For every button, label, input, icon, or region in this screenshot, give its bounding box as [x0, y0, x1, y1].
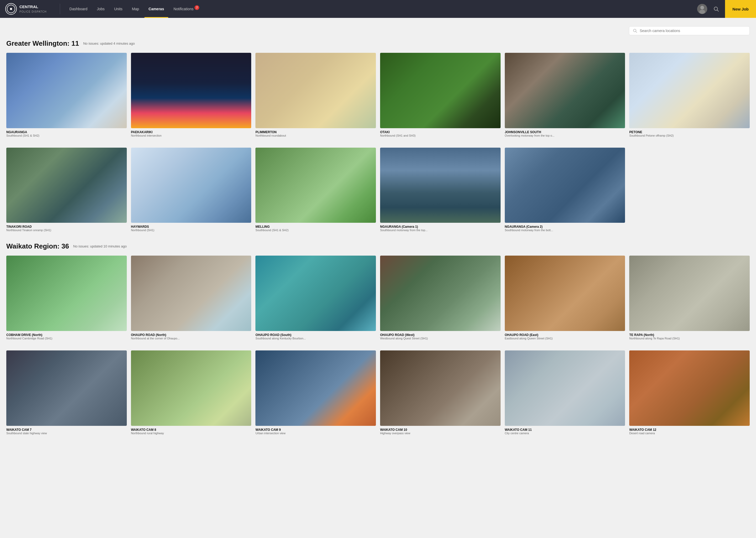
user-avatar[interactable] [697, 4, 707, 14]
camera-name-johnsonville: JOHNSONVILLE SOUTH [505, 130, 625, 134]
waikato-grid-row1: COBHAM DRIVE (North) Northbound Cambridg… [6, 256, 750, 340]
search-icon [714, 6, 719, 12]
waikato-grid-row2: WAIKATO CAM 7 Southbound state highway v… [6, 350, 750, 435]
camera-desc-petone: Southbound Petone offramp (SH2) [629, 134, 750, 137]
camera-name-ngauranga1: NGAURANGA (Camera 1) [380, 225, 500, 229]
nav-notifications[interactable]: Notifications 7 [169, 5, 200, 13]
avatar-image [697, 4, 707, 14]
logo-circle [5, 3, 17, 15]
camera-thumb-wk-1 [6, 350, 127, 426]
camera-desc-wk-3: Urban intersection view [256, 432, 376, 435]
camera-petone[interactable]: PETONE Southbound Petone offramp (SH2) [629, 53, 750, 137]
wellington-section: Greater Wellington: 11 No issues: update… [6, 39, 750, 232]
camera-te-rapa[interactable]: TE RAPA (North) Northbound along Te Rapa… [629, 256, 750, 340]
camera-thumb-ohaupo-w [380, 256, 500, 331]
camera-desc-cobham: Northbound Cambridge Road (SH1) [6, 337, 127, 340]
search-bar [629, 26, 750, 35]
camera-wk-1[interactable]: WAIKATO CAM 7 Southbound state highway v… [6, 350, 127, 435]
wellington-grid-row1: NGAURANGA Southbound (SH1 & SH2) PAEKAKA… [6, 53, 750, 137]
nav-jobs[interactable]: Jobs [93, 5, 109, 13]
camera-desc-wk-5: City centre camera [505, 432, 625, 435]
camera-name-petone: PETONE [629, 130, 750, 134]
camera-haywards[interactable]: HAYWARDS Northbound (SH1) [131, 148, 252, 232]
camera-ohaupo-w[interactable]: OHAUPO ROAD (West) Westbound along Quest… [380, 256, 500, 340]
camera-thumb-wk-4 [380, 350, 500, 426]
camera-thumb-ohaupo-s [256, 256, 376, 331]
wellington-status: No issues: updated 4 minutes ago [83, 41, 135, 45]
camera-name-melling: MELLING [256, 225, 376, 229]
camera-johnsonville[interactable]: JOHNSONVILLE SOUTH Overlooking motorway … [505, 53, 625, 137]
camera-ohaupo-e[interactable]: OHAUPO ROAD (East) Eastbound along Queen… [505, 256, 625, 340]
waikato-status: No issues: updated 10 minutes ago [73, 244, 127, 248]
camera-desc-wk-1: Southbound state highway view [6, 432, 127, 435]
camera-ohaupo-s[interactable]: OHAUPO ROAD (South) Southbound along Ken… [256, 256, 376, 340]
svg-point-1 [700, 6, 704, 10]
camera-desc-ngauranga1: Southbound motorway from the top... [380, 229, 500, 232]
camera-melling[interactable]: MELLING Southbound (SH1 & SH2) [256, 148, 376, 232]
logo: CENTRAL POLICE DISPATCH [5, 3, 47, 15]
camera-ngauranga[interactable]: NGAURANGA Southbound (SH1 & SH2) [6, 53, 127, 137]
svg-line-4 [717, 10, 719, 11]
navbar: CENTRAL POLICE DISPATCH Dashboard Jobs U… [0, 0, 756, 18]
camera-wk-4[interactable]: WAIKATO CAM 10 Highway overpass view [380, 350, 500, 435]
nav-map[interactable]: Map [128, 5, 143, 13]
logo-brand: CENTRAL [20, 4, 47, 9]
camera-name-te-rapa: TE RAPA (North) [629, 333, 750, 337]
camera-thumb-wk-2 [131, 350, 252, 426]
nav-cameras[interactable]: Cameras [144, 5, 168, 13]
camera-name-ohaupo-n: OHAUPO ROAD (North) [131, 333, 252, 337]
nav-dashboard[interactable]: Dashboard [65, 5, 92, 13]
waikato-header: Waikato Region: 36 No issues: updated 10… [6, 242, 750, 250]
camera-wk-3[interactable]: WAIKATO CAM 9 Urban intersection view [256, 350, 376, 435]
nav-right: New Job [697, 0, 756, 18]
svg-line-6 [636, 31, 637, 32]
new-job-button[interactable]: New Job [725, 0, 756, 18]
camera-desc-ohaupo-s: Southbound along Kentucky Bourbon... [256, 337, 376, 340]
search-bar-icon [633, 28, 637, 33]
camera-thumb-melling [256, 148, 376, 223]
wellington-title: Greater Wellington: 11 [6, 39, 79, 48]
search-button[interactable] [711, 4, 721, 14]
logo-dot [10, 8, 12, 10]
camera-wk-2[interactable]: WAIKATO CAM 8 Northbound rural highway [131, 350, 252, 435]
camera-wk-5[interactable]: WAIKATO CAM 11 City centre camera [505, 350, 625, 435]
camera-thumb-johnsonville [505, 53, 625, 128]
logo-text: CENTRAL POLICE DISPATCH [20, 4, 47, 14]
camera-desc-paekakariki: Northbound intersection [131, 134, 252, 137]
waikato-title: Waikato Region: 36 [6, 242, 69, 250]
camera-desc-ngauranga: Southbound (SH1 & SH2) [6, 134, 127, 137]
camera-wk-6[interactable]: WAIKATO CAM 12 Desert road camera [629, 350, 750, 435]
camera-plimmerton[interactable]: PLIMMERTON Northbound roundabout [256, 53, 376, 137]
camera-name-ngauranga2: NGAURANGA (Camera 2) [505, 225, 625, 229]
camera-thumb-ohaupo-n [131, 256, 252, 331]
camera-desc-tinakori: Northbound Tinakori onramp (SH1) [6, 229, 127, 232]
camera-ngauranga1[interactable]: NGAURANGA (Camera 1) Southbound motorway… [380, 148, 500, 232]
camera-cobham[interactable]: COBHAM DRIVE (North) Northbound Cambridg… [6, 256, 127, 340]
camera-thumb-otaki [380, 53, 500, 128]
camera-thumb-wk-5 [505, 350, 625, 426]
camera-name-wk-5: WAIKATO CAM 11 [505, 428, 625, 432]
camera-name-wk-2: WAIKATO CAM 8 [131, 428, 252, 432]
nav-links: Dashboard Jobs Units Map Cameras Notific… [65, 5, 697, 13]
camera-thumb-haywards [131, 148, 252, 223]
search-input[interactable] [640, 28, 746, 33]
camera-thumb-wk-3 [256, 350, 376, 426]
nav-units[interactable]: Units [110, 5, 127, 13]
main-content: Greater Wellington: 11 No issues: update… [0, 18, 756, 454]
camera-desc-wk-2: Northbound rural highway [131, 432, 252, 435]
camera-otaki[interactable]: OTAKI Northbound (SH1 and SH3) [380, 53, 500, 137]
camera-desc-plimmerton: Northbound roundabout [256, 134, 376, 137]
camera-paekakariki[interactable]: PAEKAKARIKI Northbound intersection [131, 53, 252, 137]
camera-ohaupo-n[interactable]: OHAUPO ROAD (North) Northbound at the co… [131, 256, 252, 340]
camera-thumb-te-rapa [629, 256, 750, 331]
camera-tinakori[interactable]: TINAKORI ROAD Northbound Tinakori onramp… [6, 148, 127, 232]
camera-thumb-wk-6 [629, 350, 750, 426]
camera-thumb-plimmerton [256, 53, 376, 128]
camera-thumb-ngauranga [6, 53, 127, 128]
camera-thumb-paekakariki [131, 53, 252, 128]
camera-thumb-petone [629, 53, 750, 128]
camera-name-ohaupo-w: OHAUPO ROAD (West) [380, 333, 500, 337]
camera-thumb-ngauranga1 [380, 148, 500, 223]
camera-name-ohaupo-s: OHAUPO ROAD (South) [256, 333, 376, 337]
camera-ngauranga2[interactable]: NGAURANGA (Camera 2) Southbound motorway… [505, 148, 625, 232]
